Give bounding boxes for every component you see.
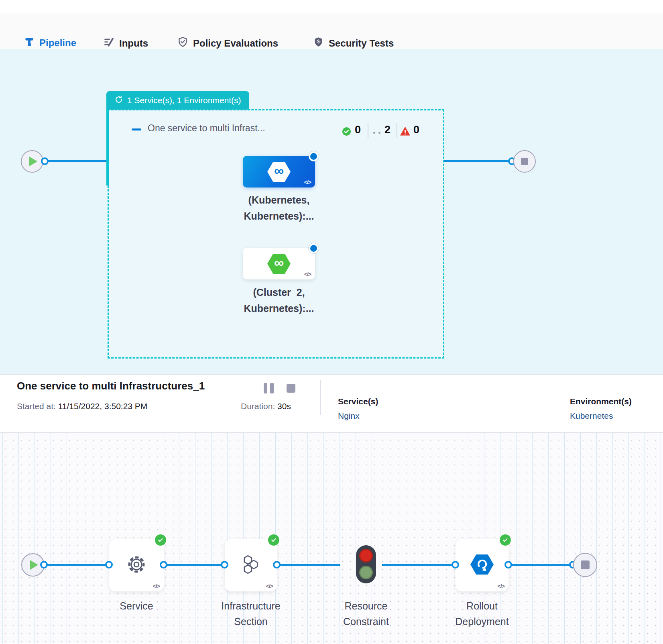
code-badge: </>	[498, 583, 504, 589]
success-count: 0	[355, 124, 361, 136]
edge-start-to-group	[45, 160, 108, 162]
running-count: 2	[384, 124, 390, 136]
duration: Duration: 30s	[241, 401, 291, 411]
loop-icon	[114, 95, 123, 106]
pipeline-icon	[24, 37, 35, 49]
count-divider	[397, 123, 397, 138]
stage-edge	[508, 564, 573, 566]
tab-pipeline[interactable]: Pipeline	[24, 37, 76, 49]
tab-security-tests[interactable]: Security Tests	[313, 37, 394, 50]
hexagons-icon	[240, 554, 262, 577]
stage-edge	[277, 564, 340, 566]
play-icon	[30, 560, 38, 570]
stage-label-resource-constraint: Resource Constraint	[314, 598, 418, 630]
play-icon	[29, 157, 37, 166]
success-count-icon	[342, 127, 351, 138]
service-link-nginx[interactable]: Nginx	[338, 411, 360, 421]
gear-icon	[127, 555, 146, 576]
status-divider	[320, 380, 321, 415]
stage-edge	[164, 564, 225, 566]
node-label-kubernetes: (Kubernetes, Kubernetes):...	[231, 192, 327, 224]
success-check-icon	[500, 534, 511, 546]
node-expand-dot[interactable]	[309, 243, 319, 253]
service-hex-icon: ∞	[267, 254, 291, 274]
start-node[interactable]	[21, 150, 43, 173]
tab-bar: Pipeline Inputs Policy Evaluations Secur…	[0, 14, 663, 49]
pipeline-execution-page: Pipeline Inputs Policy Evaluations Secur…	[0, 0, 663, 644]
code-badge: </>	[153, 583, 160, 589]
abort-button[interactable]	[287, 384, 295, 393]
tab-policy-evaluations[interactable]: Policy Evaluations	[177, 37, 278, 50]
code-badge: </>	[304, 271, 311, 277]
connector-dot	[273, 561, 281, 569]
stage-label-infrastructure: Infrastructure Section	[199, 598, 303, 630]
edge-group-to-end	[444, 160, 512, 162]
deployment-group-box[interactable]	[108, 109, 444, 359]
services-label: Service(s)	[338, 397, 378, 406]
node-label-cluster2: (Cluster_2, Kubernetes):...	[231, 284, 327, 316]
group-left-accent	[106, 109, 109, 185]
loop-strategy-badge[interactable]: 1 Service(s), 1 Environment(s)	[106, 91, 249, 110]
service-hex-icon: ∞	[267, 162, 291, 182]
connector-dot	[40, 561, 48, 569]
stop-icon	[521, 158, 528, 165]
running-count-icon	[378, 132, 380, 134]
code-badge: </>	[266, 583, 273, 589]
rollout-hex-icon	[470, 554, 494, 576]
tab-inputs[interactable]: Inputs	[104, 37, 148, 50]
failed-count: 0	[413, 124, 419, 136]
stop-icon	[581, 560, 590, 569]
success-check-icon	[155, 534, 166, 546]
stage-edge	[382, 564, 456, 566]
execution-title: One service to multi Infrastructures_1	[17, 380, 205, 392]
connector-dot	[41, 157, 49, 165]
loop-badge-label: 1 Service(s), 1 Environment(s)	[127, 96, 241, 105]
stage-edge	[44, 564, 109, 566]
connector-dot	[105, 561, 113, 569]
collapse-group-button[interactable]	[132, 128, 141, 130]
deploy-node-kubernetes[interactable]: ∞ </>	[243, 156, 315, 187]
connector-dot	[451, 561, 459, 569]
count-divider	[368, 123, 368, 138]
tab-inputs-label: Inputs	[119, 38, 148, 49]
failed-count-icon	[400, 126, 411, 138]
tab-security-tests-label: Security Tests	[329, 38, 394, 49]
stage-infrastructure-section[interactable]: </>	[225, 539, 277, 591]
deploy-node-cluster2[interactable]: ∞ </>	[243, 248, 315, 279]
shield-check-icon	[177, 37, 188, 50]
traffic-red-light	[359, 549, 373, 562]
environment-link-kubernetes[interactable]: Kubernetes	[570, 411, 613, 421]
connector-dot	[160, 561, 167, 569]
shield-gear-icon	[313, 37, 324, 50]
stage-label-rollout-deployment: Rollout Deployment	[430, 598, 534, 630]
end-node[interactable]	[513, 150, 536, 173]
node-expand-dot[interactable]	[309, 151, 319, 161]
environments-label: Environment(s)	[570, 397, 632, 406]
success-check-icon	[268, 534, 279, 546]
stage-rollout-deployment[interactable]: </>	[456, 539, 508, 591]
stage-service[interactable]: </>	[109, 539, 164, 591]
traffic-green-light	[359, 566, 373, 579]
group-title: One service to multi Infrast...	[148, 123, 265, 134]
connector-dot	[504, 561, 512, 569]
traffic-light-icon[interactable]	[356, 545, 376, 583]
connector-dot	[221, 561, 228, 569]
inputs-icon	[104, 37, 114, 50]
stage-label-service: Service	[84, 598, 189, 614]
tab-pipeline-label: Pipeline	[39, 37, 76, 49]
top-strip	[0, 0, 663, 14]
pause-button[interactable]	[264, 383, 274, 393]
code-badge: </>	[304, 179, 311, 185]
stage-end-node[interactable]	[573, 553, 597, 577]
running-count-icon	[373, 132, 375, 134]
started-at: Started at: 11/15/2022, 3:50:23 PM	[17, 401, 147, 411]
tab-policy-evaluations-label: Policy Evaluations	[193, 38, 278, 49]
